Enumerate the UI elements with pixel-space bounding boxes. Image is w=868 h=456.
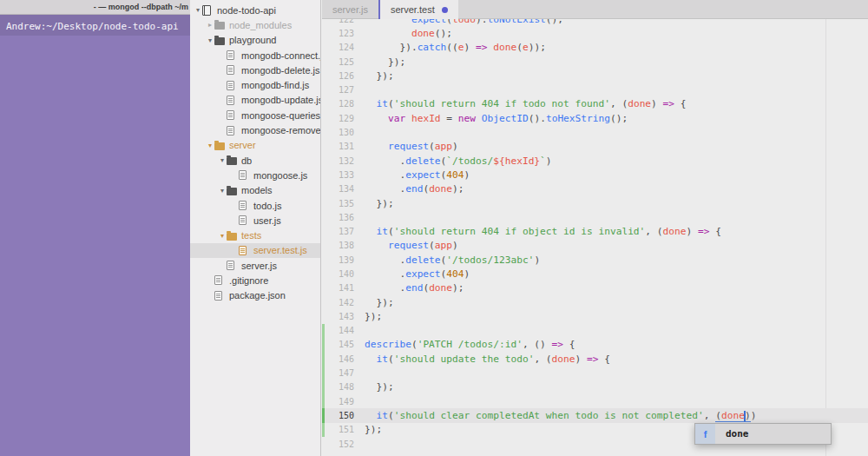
- line-text: });: [365, 198, 394, 209]
- code-line-128[interactable]: 128 it('should return 404 if todo not fo…: [322, 97, 868, 111]
- sidebar-item-server[interactable]: ▾server: [190, 138, 320, 153]
- code-line-142[interactable]: 142 });: [322, 295, 868, 309]
- line-number: 134: [322, 184, 354, 194]
- folder-icon: [227, 155, 240, 165]
- sidebar-item-db[interactable]: ▾db: [190, 153, 320, 168]
- line-number: 151: [322, 425, 354, 434]
- line-number: 122: [322, 19, 354, 24]
- modified-dot-icon[interactable]: [442, 7, 448, 13]
- sidebar-item-mongoose-queries-js[interactable]: mongoose-queries.js: [190, 108, 320, 122]
- chevron-right-icon[interactable]: ▸: [206, 21, 214, 29]
- code-line-127[interactable]: 127: [322, 83, 868, 96]
- terminal-body[interactable]: Andrew:~/Desktop/node-todo-api: [0, 15, 190, 456]
- code-line-132[interactable]: 132 .delete(`/todos/${hexId}`): [322, 154, 868, 168]
- line-text: request(app): [365, 141, 458, 152]
- sidebar-item-mongoose-js[interactable]: mongoose.js: [190, 168, 320, 182]
- sidebar-item-server-js[interactable]: server.js: [190, 258, 320, 273]
- line-number: 124: [322, 43, 354, 52]
- tab-server-test[interactable]: server.test: [378, 0, 458, 19]
- code-line-133[interactable]: 133 .expect(404): [322, 168, 868, 182]
- line-number: 129: [322, 114, 354, 123]
- sidebar-item-mongoose-remove-js[interactable]: mongoose-remove.js: [190, 122, 320, 137]
- code-line-144[interactable]: 144: [322, 324, 868, 338]
- code-line-140[interactable]: 140 .expect(404): [322, 267, 868, 281]
- git-added-marker: [322, 423, 325, 437]
- chevron-down-icon[interactable]: ▾: [218, 232, 227, 240]
- line-text: }).catch((e) => done(e));: [365, 42, 546, 53]
- chevron-down-icon[interactable]: ▾: [206, 36, 214, 44]
- sidebar-item--gitignore[interactable]: .gitignore: [190, 273, 320, 287]
- line-number: 126: [322, 71, 354, 81]
- code-line-125[interactable]: 125 });: [322, 55, 868, 69]
- terminal-title: - — mongod --dbpath ~/m: [94, 3, 188, 11]
- folder-icon: [227, 186, 240, 195]
- code-line-139[interactable]: 139 .delete('/todos/123abc'): [322, 253, 868, 267]
- line-text: });: [365, 56, 405, 68]
- tab-server-js[interactable]: server.js: [322, 0, 378, 19]
- sidebar-item-mongodb-delete-js[interactable]: mongodb-delete.js: [190, 63, 320, 77]
- line-text: request(app): [365, 240, 458, 251]
- chevron-down-icon[interactable]: ▾: [218, 187, 227, 195]
- code-line-149[interactable]: 149: [322, 394, 868, 408]
- line-text: it('should clear completedAt when todo i…: [365, 410, 756, 421]
- code-line-123[interactable]: 123 done();: [322, 26, 868, 40]
- sidebar-item-playground[interactable]: ▾playground: [190, 33, 320, 48]
- code-line-137[interactable]: 137 it('should return 404 if object id i…: [322, 224, 868, 238]
- sidebar-item-label: server: [227, 140, 256, 150]
- code-line-134[interactable]: 134 .end(done);: [322, 182, 868, 196]
- git-added-marker: [322, 352, 325, 366]
- code-line-141[interactable]: 141 .end(done);: [322, 281, 868, 295]
- code-line-145[interactable]: 145describe('PATCH /todos/:id', () => {: [322, 338, 868, 352]
- git-added-marker: [322, 380, 325, 394]
- line-number: 146: [322, 354, 354, 364]
- terminal-titlebar[interactable]: - — mongod --dbpath ~/m: [0, 0, 190, 15]
- file-icon: [227, 50, 240, 60]
- code-line-148[interactable]: 148 });: [322, 380, 868, 394]
- file-icon: [227, 110, 240, 120]
- code-line-130[interactable]: 130: [322, 125, 868, 139]
- code-line-126[interactable]: 126 });: [322, 69, 868, 83]
- code-line-122[interactable]: 122 expect(todo).toNotExist();: [322, 19, 868, 26]
- line-number: 131: [322, 142, 354, 151]
- line-text: .delete('/todos/123abc'): [365, 254, 540, 266]
- code-line-138[interactable]: 138 request(app): [322, 239, 868, 253]
- sidebar-item-user-js[interactable]: user.js: [190, 213, 320, 228]
- sidebar-item-label: node-todo-api: [215, 5, 276, 16]
- file-icon: [214, 291, 227, 301]
- sidebar-item-package-json[interactable]: package.json: [190, 288, 320, 303]
- folder-icon: [214, 36, 227, 45]
- line-text: .expect(404): [365, 268, 470, 280]
- sidebar-item-mongodb-update-js[interactable]: mongodb-update.js: [190, 93, 320, 108]
- autocomplete-suggestion[interactable]: done: [715, 424, 831, 444]
- code-line-135[interactable]: 135 });: [322, 196, 868, 210]
- sidebar-item-models[interactable]: ▾models: [190, 183, 320, 198]
- line-number: 136: [322, 213, 354, 222]
- line-number: 147: [322, 368, 354, 378]
- editor-pane: server.jsserver.test 122 expect(todo).to…: [322, 0, 868, 456]
- line-text: });: [365, 297, 394, 308]
- sidebar-item-tests[interactable]: ▾tests: [190, 228, 320, 242]
- sidebar-item-server-test-js[interactable]: server.test.js: [190, 243, 320, 258]
- file-icon: [227, 96, 240, 105]
- code-line-136[interactable]: 136: [322, 210, 868, 224]
- sidebar-item-mongodb-connect-js[interactable]: mongodb-connect.js: [190, 48, 320, 63]
- code-line-131[interactable]: 131 request(app): [322, 140, 868, 154]
- sidebar-item-node-modules[interactable]: ▸node_modules: [190, 17, 320, 32]
- line-number: 152: [322, 439, 354, 449]
- code-line-129[interactable]: 129 var hexId = new ObjectID().toHexStri…: [322, 111, 868, 125]
- chevron-down-icon[interactable]: ▾: [194, 6, 202, 14]
- code-line-143[interactable]: 143});: [322, 309, 868, 323]
- line-number: 142: [322, 298, 354, 307]
- sidebar-item-mongodb-find-js[interactable]: mongodb-find.js: [190, 77, 320, 92]
- line-number: 137: [322, 227, 354, 236]
- sidebar-item-todo-js[interactable]: todo.js: [190, 198, 320, 213]
- sidebar-item-node-todo-api[interactable]: ▾node-todo-api: [190, 3, 320, 17]
- code-line-150[interactable]: 150 it('should clear completedAt when to…: [322, 408, 868, 422]
- code-editor[interactable]: 122 expect(todo).toNotExist();123 done()…: [322, 19, 868, 456]
- code-line-146[interactable]: 146 it('should update the todo', (done) …: [322, 352, 868, 366]
- code-line-147[interactable]: 147: [322, 366, 868, 380]
- sidebar-item-label: db: [240, 155, 252, 166]
- chevron-down-icon[interactable]: ▾: [206, 142, 214, 149]
- code-line-124[interactable]: 124 }).catch((e) => done(e));: [322, 41, 868, 55]
- chevron-down-icon[interactable]: ▾: [218, 156, 227, 164]
